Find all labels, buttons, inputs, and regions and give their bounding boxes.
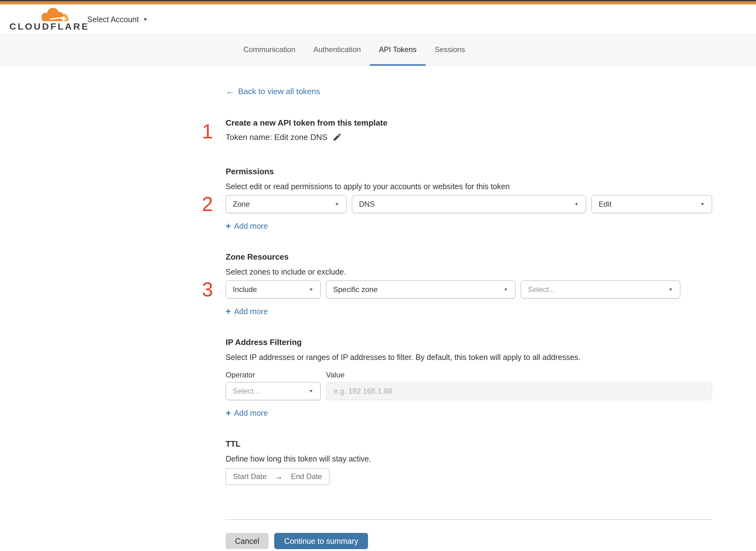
step-3-badge: 3 — [202, 280, 213, 300]
back-link-label: Back to view all tokens — [238, 87, 320, 96]
token-name-text: Token name: Edit zone DNS — [226, 132, 327, 142]
ip-filtering-add-more-link[interactable]: + Add more — [226, 408, 268, 418]
footer-actions: Cancel Continue to summary — [226, 533, 712, 551]
tab-authentication[interactable]: Authentication — [304, 35, 370, 66]
cloudflare-cloud-icon — [38, 6, 69, 22]
edit-pencil-icon[interactable] — [332, 132, 342, 142]
zone-picker-select[interactable]: Select... ▼ — [521, 281, 680, 299]
value-label: Value — [326, 370, 345, 380]
ttl-heading: TTL — [226, 439, 712, 449]
ip-filtering-heading: IP Address Filtering — [226, 337, 712, 347]
permissions-description: Select edit or read permissions to apply… — [226, 181, 712, 191]
account-selector[interactable]: Select Account ▼ — [87, 15, 148, 24]
chevron-down-icon: ▼ — [668, 288, 673, 292]
plus-icon: + — [226, 409, 231, 418]
step-2-badge: 2 — [202, 194, 213, 214]
zone-include-select[interactable]: Include ▼ — [226, 281, 321, 299]
permissions-section: Permissions Select edit or read permissi… — [226, 166, 712, 230]
back-arrow-icon: ← — [226, 87, 234, 96]
zone-resources-heading: Zone Resources — [226, 252, 712, 262]
chevron-down-icon: ▼ — [142, 17, 148, 21]
app-header: CLOUDFLARE Select Account ▼ — [0, 4, 756, 34]
cancel-button[interactable]: Cancel — [226, 533, 269, 549]
chevron-down-icon: ▼ — [700, 202, 705, 206]
ip-value-input — [326, 382, 712, 400]
account-selector-label: Select Account — [87, 15, 139, 24]
plus-icon: + — [226, 221, 231, 230]
footer-divider — [226, 519, 712, 520]
step-1-badge: 1 — [202, 121, 213, 141]
ttl-date-range-picker[interactable]: Start Date → End Date — [226, 468, 329, 485]
ttl-section: TTL Define how long this token will stay… — [226, 439, 712, 485]
cloudflare-wordmark: CLOUDFLARE — [9, 21, 89, 32]
zone-resources-description: Select zones to include or exclude. — [226, 267, 712, 277]
permission-scope-select[interactable]: Zone ▼ — [226, 195, 346, 213]
ttl-description: Define how long this token will stay act… — [226, 454, 712, 464]
permission-group-select[interactable]: DNS ▼ — [352, 195, 586, 213]
chevron-down-icon: ▼ — [308, 288, 313, 292]
main-content: ← Back to view all tokens 1 Create a new… — [226, 66, 712, 551]
continue-to-summary-button[interactable]: Continue to summary — [274, 533, 368, 549]
ip-filtering-section: IP Address Filtering Select IP addresses… — [226, 337, 712, 418]
chevron-down-icon: ▼ — [503, 288, 508, 292]
ip-filtering-description: Select IP addresses or ranges of IP addr… — [226, 352, 712, 362]
zone-resources-add-more-link[interactable]: + Add more — [226, 307, 268, 316]
permissions-heading: Permissions — [226, 166, 712, 176]
profile-tabbar: Communication Authentication API Tokens … — [0, 34, 756, 66]
create-token-title: Create a new API token from this templat… — [226, 118, 712, 128]
operator-label: Operator — [226, 370, 326, 380]
chevron-down-icon: ▼ — [308, 389, 313, 393]
plus-icon: + — [226, 307, 231, 316]
chevron-down-icon: ▼ — [574, 202, 579, 206]
token-name-section: 1 Create a new API token from this templ… — [226, 118, 712, 142]
cloudflare-logo[interactable]: CLOUDFLARE — [9, 6, 69, 32]
zone-scope-select[interactable]: Specific zone ▼ — [326, 281, 516, 299]
tab-api-tokens[interactable]: API Tokens — [370, 35, 426, 66]
arrow-right-icon: → — [274, 472, 283, 482]
ip-operator-select[interactable]: Select... ▼ — [226, 382, 321, 400]
tab-communication[interactable]: Communication — [234, 35, 304, 66]
start-date-label: Start Date — [233, 472, 266, 481]
top-orange-stripe — [0, 1, 756, 4]
permissions-add-more-link[interactable]: + Add more — [226, 221, 268, 230]
end-date-label: End Date — [291, 472, 322, 481]
permission-level-select[interactable]: Edit ▼ — [592, 195, 712, 213]
chevron-down-icon: ▼ — [334, 202, 339, 206]
back-to-tokens-link[interactable]: ← Back to view all tokens — [226, 87, 320, 96]
tab-sessions[interactable]: Sessions — [426, 35, 474, 66]
zone-resources-section: Zone Resources Select zones to include o… — [226, 252, 712, 316]
